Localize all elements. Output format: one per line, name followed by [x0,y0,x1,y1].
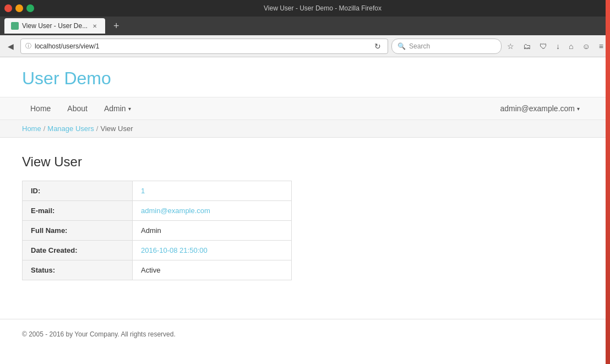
secure-icon: ⓘ [25,42,31,50]
nav-links: Home About Admin ▾ [22,98,139,119]
user-detail-table: ID: 1 E-mail: admin@example.com Full Nam… [22,181,292,280]
home-icon[interactable]: ⌂ [567,41,575,52]
app-header: User Demo [0,57,610,97]
search-icon: 🔍 [397,42,406,50]
id-label: ID: [23,181,133,201]
tab-label: View User - User De... [22,22,88,30]
nav-right: admin@example.com ▾ [492,98,588,119]
page-title: View User [22,154,588,170]
title-bar: View User - User Demo - Mozilla Firefox [0,0,610,17]
date-label: Date Created: [23,241,133,260]
breadcrumb-sep-2: / [96,124,99,133]
admin-dropdown-caret: ▾ [128,106,131,112]
breadcrumb-bar: Home / Manage Users / View User [0,120,610,138]
smiley-icon[interactable]: ☺ [580,41,592,52]
url-text: localhost/users/view/1 [35,42,369,50]
date-link[interactable]: 2016-10-08 21:50:00 [141,246,208,254]
bookmark-icon[interactable]: ☆ [505,41,516,52]
back-button[interactable]: ◀ [4,40,17,53]
window-title: View User - User Demo - Mozilla Firefox [40,4,606,12]
download-icon[interactable]: ↓ [554,41,562,52]
nav-about[interactable]: About [59,98,96,119]
window-controls [4,4,34,12]
tab-bar: View User - User De... ✕ + [0,17,610,35]
breadcrumb-sep-1: / [43,124,46,133]
nav-admin[interactable]: Admin ▾ [96,98,139,119]
breadcrumb-home[interactable]: Home [22,124,41,133]
shield-icon[interactable]: 🛡 [537,41,549,52]
nav-admin-label: Admin [104,104,126,113]
page-footer: © 2005 - 2016 by Your Company. All right… [0,319,610,349]
status-label: Status: [23,260,133,280]
table-row: Status: Active [23,260,292,280]
table-row: ID: 1 [23,181,292,201]
email-value: admin@example.com [133,201,292,221]
breadcrumb: Home / Manage Users / View User [22,124,588,133]
table-row: E-mail: admin@example.com [23,201,292,221]
footer-text: © 2005 - 2016 by Your Company. All right… [22,330,176,338]
app-navbar: Home About Admin ▾ admin@example.com ▾ [0,97,610,120]
tab-favicon [11,22,19,30]
active-tab[interactable]: View User - User De... ✕ [4,18,105,34]
table-row: Full Name: Admin [23,221,292,241]
user-dropdown-caret: ▾ [577,106,580,112]
minimize-button[interactable] [15,4,23,12]
right-accent-bar [606,0,610,364]
toolbar-icons: ☆ 🗂 🛡 ↓ ⌂ ☺ ≡ [505,41,606,52]
refresh-button[interactable]: ↻ [372,41,383,52]
app-title: User Demo [22,68,588,89]
search-placeholder: Search [409,42,430,50]
menu-icon[interactable]: ≡ [597,41,606,52]
email-label: E-mail: [23,201,133,221]
user-menu[interactable]: admin@example.com ▾ [492,98,588,119]
browser-nav-bar: ◀ ⓘ localhost/users/view/1 ↻ 🔍 Search ☆ … [0,35,610,57]
breadcrumb-current: View User [100,124,133,133]
close-button[interactable] [4,4,12,12]
pocket-icon[interactable]: 🗂 [521,41,533,52]
table-row: Date Created: 2016-10-08 21:50:00 [23,241,292,260]
address-bar[interactable]: ⓘ localhost/users/view/1 ↻ [20,39,388,54]
fullname-label: Full Name: [23,221,133,241]
new-tab-button[interactable]: + [110,19,123,32]
tab-close-button[interactable]: ✕ [91,22,99,30]
id-value: 1 [133,181,292,201]
breadcrumb-manage-users[interactable]: Manage Users [47,124,94,133]
status-value: Active [133,260,292,280]
date-value: 2016-10-08 21:50:00 [133,241,292,260]
id-link[interactable]: 1 [141,187,145,195]
user-email-label: admin@example.com [500,104,575,113]
email-link[interactable]: admin@example.com [141,207,210,215]
nav-home[interactable]: Home [22,98,59,119]
page-content: User Demo Home About Admin ▾ admin@examp… [0,57,610,364]
main-content: View User ID: 1 E-mail: admin@example.co… [0,138,610,297]
search-bar[interactable]: 🔍 Search [391,39,502,54]
maximize-button[interactable] [26,4,34,12]
fullname-value: Admin [133,221,292,241]
